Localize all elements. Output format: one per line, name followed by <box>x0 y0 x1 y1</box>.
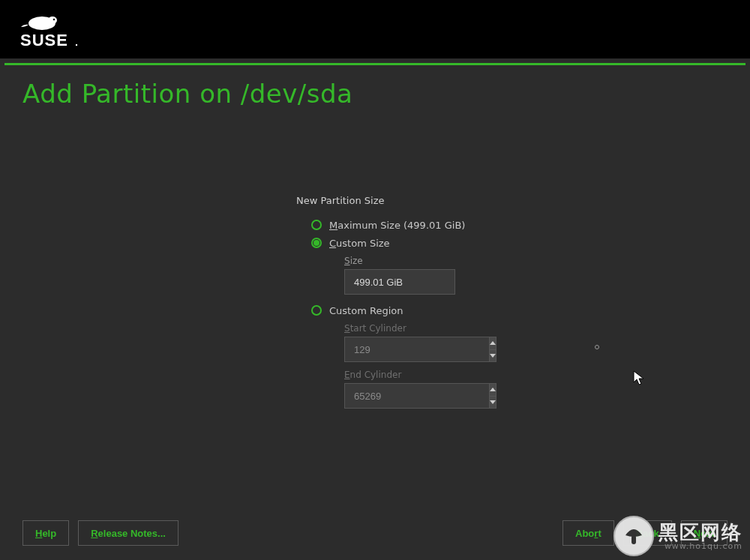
radio-icon <box>311 238 322 248</box>
top-bar: SUSE <box>0 0 750 58</box>
start-cyl-up-button[interactable] <box>490 337 496 350</box>
radio-custom-size[interactable]: Custom Size <box>311 235 596 251</box>
size-input[interactable] <box>344 269 455 295</box>
abort-button[interactable]: Abort <box>562 520 614 546</box>
mouse-cursor-icon <box>633 370 646 387</box>
size-label: Size <box>344 256 596 266</box>
radio-label: Custom Region <box>329 305 403 316</box>
radio-label: Custom Size <box>329 238 390 249</box>
radio-label: Maximum Size (499.01 GiB) <box>329 220 465 231</box>
start-cylinder-input[interactable] <box>344 337 489 362</box>
section-label: New Partition Size <box>296 195 596 206</box>
suse-logo: SUSE <box>14 10 81 49</box>
chevron-down-icon <box>490 400 496 404</box>
radio-maximum-size[interactable]: Maximum Size (499.01 GiB) <box>311 217 596 233</box>
radio-icon <box>311 220 322 230</box>
size-block: Size <box>311 256 596 295</box>
start-cylinder-block: Start Cylinder <box>311 323 596 362</box>
end-cylinder-block: End Cylinder <box>311 370 596 409</box>
radio-icon <box>311 305 322 316</box>
svg-text:SUSE: SUSE <box>20 31 68 49</box>
svg-point-1 <box>48 16 57 24</box>
next-button[interactable]: Next <box>681 520 728 546</box>
release-notes-button[interactable]: Release Notes... <box>78 520 178 546</box>
chevron-up-icon <box>490 341 496 345</box>
back-button[interactable]: Back <box>623 520 672 546</box>
chevron-down-icon <box>490 354 496 358</box>
chevron-up-icon <box>490 388 496 391</box>
end-cyl-up-button[interactable] <box>490 384 496 397</box>
help-button[interactable]: Help <box>22 520 69 546</box>
end-cyl-down-button[interactable] <box>490 397 496 409</box>
start-cyl-down-button[interactable] <box>490 350 496 362</box>
svg-point-4 <box>76 44 77 46</box>
svg-point-2 <box>53 19 56 21</box>
end-cylinder-label: End Cylinder <box>344 370 596 380</box>
end-cylinder-input[interactable] <box>344 383 489 409</box>
radio-custom-region[interactable]: Custom Region <box>311 302 596 319</box>
page-title: Add Partition on /dev/sda <box>22 79 728 109</box>
start-cylinder-label: Start Cylinder <box>344 323 596 334</box>
bottom-bar: Help Release Notes... Abort Back Next <box>0 506 750 560</box>
partition-form: New Partition Size Maximum Size (499.01 … <box>296 195 596 416</box>
